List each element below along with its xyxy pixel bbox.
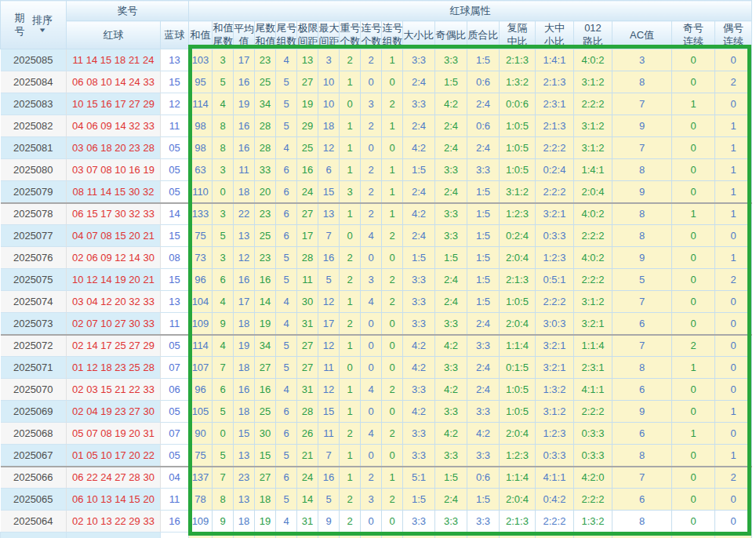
attr-cell-max-gap: 12: [318, 379, 340, 401]
blue-ball-cell: 13: [161, 49, 189, 71]
attr-cell-prime-composite-ratio: 4:2: [467, 423, 500, 445]
attr-cell-odd-consecutive: 0: [672, 511, 715, 533]
attr-cell-sum-tail: 3: [213, 159, 234, 181]
attr-cell-average: 18: [234, 181, 255, 203]
red-balls-cell: 03 04 12 20 32 33: [67, 291, 161, 313]
attr-cell-sum-tail: 0: [213, 423, 234, 445]
period-cell: 2025074: [1, 291, 67, 313]
attr-cell-prime-composite-ratio: 3:3: [467, 401, 500, 423]
attr-cell-ac-value: 9: [612, 115, 672, 137]
attr-cell-repeat-skip-mid-ratio: 1:0:5: [500, 115, 536, 137]
partial-cell: [318, 533, 340, 538]
attr-cell-way-012-ratio: 2:0:4: [574, 181, 612, 203]
table-row: 202507602 06 09 12 14 300873312235281620…: [1, 247, 752, 269]
red-balls-cell: 11 14 15 18 21 24: [67, 49, 161, 71]
period-cell: 2025064: [1, 511, 67, 533]
attr-cell-prime-composite-ratio: 1:5: [467, 247, 500, 269]
blue-ball-cell: 08: [161, 247, 189, 269]
attr-cell-tail-sum: 14: [255, 291, 276, 313]
attr-cell-tail-groups: 5: [276, 115, 297, 137]
attr-cell-tail-groups: 4: [276, 137, 297, 159]
attr-cell-consecutive-groups: 1: [382, 115, 403, 137]
attr-cell-consecutive-count: 2: [361, 203, 382, 225]
attr-cell-ac-value: 7: [612, 467, 672, 489]
attr-cell-even-consecutive: 0: [715, 313, 752, 335]
attr-cell-max-gap: 13: [318, 203, 340, 225]
attr-cell-way-012-ratio: 2:2:2: [574, 489, 612, 511]
attr-cell-consecutive-groups: 2: [382, 269, 403, 291]
attr-cell-ac-value: 6: [612, 489, 672, 511]
attr-cell-sum-tail: 4: [213, 335, 234, 357]
attr-cell-big-small-ratio: 2:4: [403, 71, 435, 93]
red-attrs-group-header: 红球属性: [189, 1, 752, 21]
period-label: 期号: [14, 12, 25, 38]
attr-cell-average: 15: [234, 423, 255, 445]
attr-cell-limit-span: 29: [297, 115, 318, 137]
attr-cell-sum-tail: 0: [213, 181, 234, 203]
attr-cell-limit-span: 27: [297, 71, 318, 93]
attr-cell-average: 18: [234, 511, 255, 533]
attr-cell-repeat-count: 2: [340, 489, 361, 511]
attr-cell-odd-even-ratio: 2:4: [435, 137, 467, 159]
attr-cell-way-012-ratio: 0:3:3: [574, 445, 612, 467]
table-row: 202507101 12 18 23 25 280710771827527110…: [1, 357, 752, 379]
attr-cell-repeat-skip-mid-ratio: 1:0:5: [500, 159, 536, 181]
partial-cell: [612, 533, 672, 538]
attr-cell-max-gap: 3: [318, 49, 340, 71]
period-cell: 2025070: [1, 379, 67, 401]
red-balls-cell: 10 15 16 17 27 29: [67, 93, 161, 115]
attr-cell-repeat-count: 1: [340, 203, 361, 225]
attr-cell-repeat-skip-mid-ratio: 2:1:3: [500, 511, 536, 533]
attr-cell-sum: 75: [189, 225, 213, 247]
attr-cell-big-mid-small-ratio: 2:2:2: [536, 291, 574, 313]
attr-cell-tail-sum: 28: [255, 137, 276, 159]
sort-button[interactable]: 排序 ▼: [32, 15, 53, 34]
period-cell: 2025066: [1, 467, 67, 489]
attr-cell-tail-sum: 25: [255, 71, 276, 93]
attr-cell-sum: 73: [189, 247, 213, 269]
attr-cell-limit-span: 11: [297, 269, 318, 291]
attr-cell-odd-even-ratio: 3:3: [435, 357, 467, 379]
attr-cell-consecutive-count: 2: [361, 159, 382, 181]
attr-cell-consecutive-count: 0: [361, 137, 382, 159]
attr-cell-ac-value: 7: [612, 93, 672, 115]
blue-ball-cell: 05: [161, 137, 189, 159]
attr-cell-max-gap: 11: [318, 357, 340, 379]
attr-cell-odd-consecutive: 0: [672, 379, 715, 401]
attr-cell-even-consecutive: 0: [715, 49, 752, 71]
attr-cell-consecutive-groups: 0: [382, 247, 403, 269]
attr-cell-max-gap: 12: [318, 335, 340, 357]
attr-cell-even-consecutive: 0: [715, 423, 752, 445]
attr-cell-repeat-skip-mid-ratio: 3:1:2: [500, 181, 536, 203]
attr-cell-way-012-ratio: 3:1:2: [574, 71, 612, 93]
attr-cell-big-small-ratio: 4:2: [403, 137, 435, 159]
partial-cell: [234, 533, 255, 538]
partial-next-row: [1, 533, 752, 538]
attr-cell-max-gap: 17: [318, 313, 340, 335]
attr-cell-limit-span: 27: [297, 203, 318, 225]
attr-cell-big-mid-small-ratio: 0:2:4: [536, 159, 574, 181]
attr-cell-sum: 96: [189, 269, 213, 291]
attr-cell-repeat-count: 1: [340, 115, 361, 137]
blue-ball-cell: 14: [161, 203, 189, 225]
attr-cell-tail-sum: 19: [255, 511, 276, 533]
partial-cell: [672, 533, 715, 538]
attr-cell-tail-groups: 5: [276, 247, 297, 269]
attr-cell-repeat-skip-mid-ratio: 1:3:2: [500, 71, 536, 93]
attr-cell-sum-tail: 5: [213, 71, 234, 93]
attr-cell-even-consecutive: 0: [715, 357, 752, 379]
partial-cell: [161, 533, 189, 538]
attr-cell-repeat-count: 2: [340, 423, 361, 445]
red-balls-cell: 02 10 13 22 29 33: [67, 511, 161, 533]
blue-ball-cell: 07: [161, 423, 189, 445]
attr-cell-ac-value: 9: [612, 401, 672, 423]
attr-cell-max-gap: 10: [318, 93, 340, 115]
blue-ball-cell: 05: [161, 401, 189, 423]
attr-cell-limit-span: 21: [297, 445, 318, 467]
attr-cell-consecutive-count: 3: [361, 269, 382, 291]
attr-cell-odd-even-ratio: 4:2: [435, 379, 467, 401]
attr-cell-big-small-ratio: 4:2: [403, 335, 435, 357]
red-balls-cell: 03 07 08 10 16 19: [67, 159, 161, 181]
attr-cell-repeat-skip-mid-ratio: 0:2:4: [500, 225, 536, 247]
attr-cell-odd-consecutive: 0: [672, 489, 715, 511]
